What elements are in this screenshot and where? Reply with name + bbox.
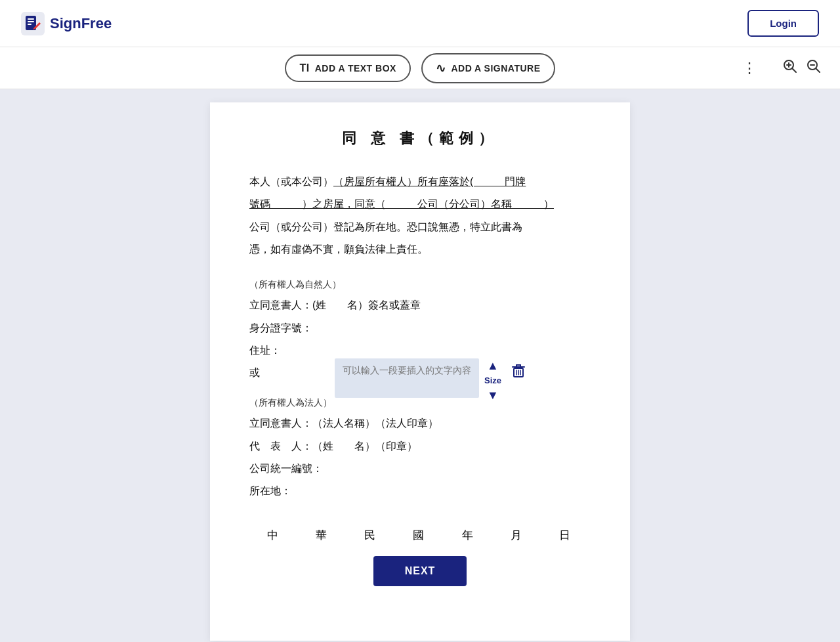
document-title: 同 意 書（範例）	[249, 129, 591, 148]
document-body: 本人（或本公司）（房屋所有權人）所有座落於( 門牌 號碼 ）之房屋，同意（ 公司…	[249, 172, 591, 502]
login-button[interactable]: Login	[747, 10, 819, 37]
date-char-5: 年	[462, 528, 476, 543]
body-line3: 憑，如有虛偽不實，願負法律上責任。	[249, 240, 591, 259]
legal-line4: 所在地：	[249, 481, 591, 501]
next-button[interactable]: NEXT	[373, 556, 467, 586]
svg-rect-2	[28, 18, 34, 20]
add-textbox-button[interactable]: TI ADD A TEXT BOX	[285, 54, 410, 82]
logo-text: SignFree	[50, 15, 112, 32]
next-btn-row: NEXT	[249, 556, 591, 586]
up-arrow-icon: ▲	[487, 359, 499, 372]
body-underline1: （房屋所有權人）所有座落於( 門牌	[333, 176, 526, 187]
size-up-button[interactable]: ▲	[486, 358, 500, 373]
date-char-7: 日	[559, 528, 573, 543]
zoom-controls	[780, 56, 824, 81]
natural-line3: 住址：	[249, 341, 591, 360]
date-char-1: 中	[267, 528, 281, 543]
section-natural-label: （所有權人為自然人）	[249, 276, 591, 293]
page-area: 同 意 書（範例） 本人（或本公司）（房屋所有權人）所有座落於( 門牌 號碼 ）…	[0, 89, 840, 642]
body-line1: 本人（或本公司）	[249, 176, 333, 187]
svg-rect-3	[28, 21, 34, 22]
body-paragraph-1: 本人（或本公司）（房屋所有權人）所有座落於( 門牌	[249, 172, 591, 192]
body-line2: 公司（或分公司）登記為所在地。恐口說無憑，特立此書為	[249, 217, 591, 237]
natural-line1: 立同意書人：(姓 名）簽名或蓋章	[249, 295, 591, 315]
size-down-button[interactable]: ▼	[486, 388, 500, 402]
legal-line1: 立同意書人：（法人名稱）（法人印章）	[249, 414, 591, 433]
textbox-controls: ▲ Size ▼	[484, 358, 501, 402]
natural-line2: 身分證字號：	[249, 318, 591, 338]
date-char-2: 華	[316, 528, 329, 543]
zoom-in-icon	[782, 58, 798, 74]
body-paragraph-2: 號碼 ）之房屋，同意（ 公司（分公司）名稱 ）	[249, 194, 591, 214]
textbox-input[interactable]	[335, 358, 479, 398]
more-icon: ⋮	[742, 60, 757, 77]
header: SignFree Login	[0, 0, 840, 47]
body-underline2: 號碼 ）之房屋，同意（ 公司（分公司）名稱 ）	[249, 198, 554, 209]
legal-line2: 代 表 人：（姓 名）（印章）	[249, 437, 591, 456]
add-signature-button[interactable]: ∿ ADD A SIGNATURE	[421, 53, 555, 83]
signature-icon: ∿	[436, 61, 446, 75]
svg-line-10	[816, 68, 820, 72]
toolbar: TI ADD A TEXT BOX ∿ ADD A SIGNATURE ⋮	[0, 47, 840, 89]
textbox-widget: ▲ Size ▼	[335, 358, 530, 402]
size-label: Size	[484, 375, 501, 385]
add-signature-label: ADD A SIGNATURE	[451, 63, 540, 74]
more-options-button[interactable]: ⋮	[738, 56, 761, 80]
trash-icon	[509, 361, 528, 379]
zoom-out-icon	[806, 58, 822, 74]
delete-textbox-button[interactable]	[507, 358, 530, 384]
textbox-icon: TI	[299, 62, 309, 74]
zoom-out-button[interactable]	[803, 56, 824, 81]
svg-rect-4	[28, 24, 32, 25]
date-char-4: 國	[413, 528, 427, 543]
add-textbox-label: ADD A TEXT BOX	[315, 63, 396, 74]
date-char-3: 民	[364, 528, 378, 543]
logo-area: SignFree	[21, 12, 112, 35]
date-char-6: 月	[511, 528, 524, 543]
document: 同 意 書（範例） 本人（或本公司）（房屋所有權人）所有座落於( 門牌 號碼 ）…	[210, 102, 630, 641]
date-row: 中 華 民 國 年 月 日	[249, 528, 591, 543]
legal-line3: 公司統一編號：	[249, 459, 591, 479]
zoom-in-button[interactable]	[780, 56, 801, 81]
down-arrow-icon: ▼	[487, 389, 499, 402]
svg-line-6	[793, 68, 797, 72]
logo-icon	[21, 12, 45, 35]
